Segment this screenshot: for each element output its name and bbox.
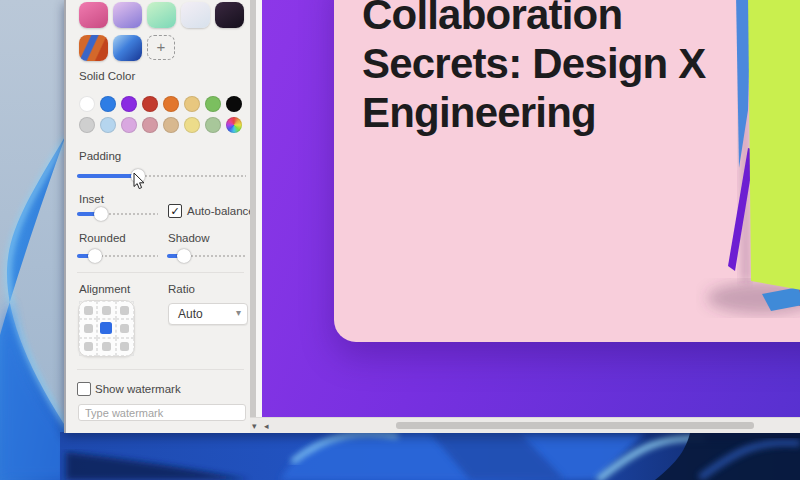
color-swatch[interactable]	[184, 96, 200, 112]
settings-panel: + Solid Color Padding Inset ✓ Auto-balan…	[68, 0, 250, 433]
show-watermark-label: Show watermark	[95, 383, 181, 395]
alignment-dot	[120, 306, 129, 315]
inset-slider[interactable]	[77, 207, 158, 221]
watermark-input[interactable]	[78, 404, 246, 421]
headline-line: Engineering	[362, 88, 706, 137]
gradient-thumbnail[interactable]	[113, 2, 142, 28]
image-thumbnails: +	[79, 35, 175, 61]
shadow-slider[interactable]	[167, 249, 246, 263]
horizontal-scrollbar-thumb[interactable]	[396, 422, 754, 429]
gradient-thumbnails	[79, 2, 244, 28]
image-thumbnail[interactable]	[79, 35, 108, 61]
add-background-button[interactable]: +	[147, 35, 175, 60]
horizontal-scrollbar[interactable]: ▾ ◂	[250, 417, 800, 433]
show-watermark-checkbox[interactable]	[77, 382, 91, 396]
divider	[77, 369, 244, 370]
color-swatch[interactable]	[121, 117, 137, 133]
alignment-grid[interactable]	[78, 300, 135, 357]
auto-balance-label: Auto-balance	[187, 205, 255, 217]
color-swatch[interactable]	[121, 96, 137, 112]
solid-color-row-2	[79, 117, 242, 133]
headline-line: Collaboration	[362, 0, 706, 39]
padding-slider[interactable]	[77, 169, 246, 183]
alignment-dot	[120, 324, 129, 333]
alignment-dot	[102, 306, 111, 315]
inset-label: Inset	[79, 193, 104, 205]
color-swatch[interactable]	[142, 117, 158, 133]
rounded-slider[interactable]	[77, 249, 158, 263]
scroll-down-arrow-icon[interactable]: ▾	[252, 422, 257, 431]
headline-line: Secrets: Design X	[362, 39, 706, 88]
padding-label: Padding	[79, 150, 121, 162]
color-swatch[interactable]	[142, 96, 158, 112]
alignment-dot	[100, 322, 112, 334]
divider	[77, 272, 244, 273]
app-window: + Solid Color Padding Inset ✓ Auto-balan…	[64, 0, 800, 433]
color-swatch[interactable]	[205, 96, 221, 112]
shadow-label: Shadow	[168, 232, 210, 244]
color-swatch[interactable]	[100, 117, 116, 133]
alignment-cell[interactable]	[97, 338, 115, 356]
ratio-dropdown[interactable]: Auto ▾	[168, 303, 248, 325]
color-swatch[interactable]	[163, 96, 179, 112]
alignment-dot	[120, 342, 129, 351]
alignment-cell[interactable]	[79, 319, 97, 337]
inset-slider-knob[interactable]	[94, 207, 108, 221]
alignment-label: Alignment	[79, 283, 130, 295]
shadow-slider-knob[interactable]	[177, 249, 191, 263]
color-swatch[interactable]	[226, 117, 242, 133]
gradient-thumbnail[interactable]	[147, 2, 176, 28]
image-thumbnail[interactable]	[113, 35, 142, 61]
alignment-cell[interactable]	[97, 319, 115, 337]
alignment-dot	[84, 306, 93, 315]
alignment-cell[interactable]	[97, 301, 115, 319]
rounded-label: Rounded	[79, 232, 126, 244]
color-swatch[interactable]	[100, 96, 116, 112]
gradient-thumbnail[interactable]	[181, 2, 210, 28]
solid-color-row-1	[79, 96, 242, 112]
color-swatch[interactable]	[163, 117, 179, 133]
ratio-value: Auto	[178, 307, 203, 321]
scroll-left-arrow-icon[interactable]: ◂	[264, 422, 269, 431]
canvas-preview[interactable]: CollaborationSecrets: Design XEngineerin…	[262, 0, 800, 417]
alignment-dot	[84, 342, 93, 351]
color-swatch[interactable]	[184, 117, 200, 133]
mouse-cursor-icon	[132, 172, 146, 192]
alignment-cell[interactable]	[116, 319, 134, 337]
card-headline: CollaborationSecrets: Design XEngineerin…	[362, 0, 706, 137]
alignment-cell[interactable]	[116, 301, 134, 319]
rounded-slider-knob[interactable]	[88, 249, 102, 263]
alignment-cell[interactable]	[79, 301, 97, 319]
alignment-dot	[84, 324, 93, 333]
alignment-cell[interactable]	[79, 338, 97, 356]
color-swatch[interactable]	[79, 96, 95, 112]
color-swatch[interactable]	[79, 117, 95, 133]
alignment-dot	[102, 342, 111, 351]
solid-color-label: Solid Color	[79, 70, 135, 82]
alignment-cell[interactable]	[116, 338, 134, 356]
auto-balance-checkbox[interactable]: ✓	[168, 204, 182, 218]
ratio-label: Ratio	[168, 283, 195, 295]
chevron-down-icon: ▾	[236, 307, 241, 318]
gradient-thumbnail[interactable]	[215, 2, 244, 28]
color-swatch[interactable]	[226, 96, 242, 112]
color-swatch[interactable]	[205, 117, 221, 133]
gradient-thumbnail[interactable]	[79, 2, 108, 28]
